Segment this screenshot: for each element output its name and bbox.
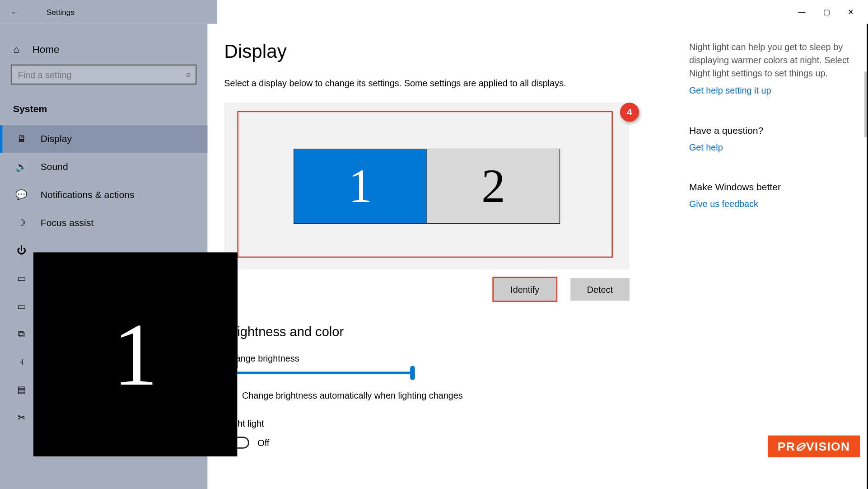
- sidebar-home-label: Home: [33, 44, 60, 56]
- multitasking-icon: ⫞: [15, 356, 27, 367]
- back-button[interactable]: ←: [0, 7, 30, 17]
- storage-icon: ▭: [15, 301, 27, 312]
- sidebar-home[interactable]: ⌂ Home: [0, 38, 207, 64]
- display-icon: 🖥: [15, 134, 27, 145]
- close-button[interactable]: ✕: [848, 8, 854, 16]
- page-intro: Select a display below to change its set…: [224, 78, 665, 88]
- sidebar-item-display[interactable]: 🖥 Display: [0, 125, 207, 153]
- project-icon: ▤: [15, 384, 27, 395]
- night-light-state: Off: [257, 437, 269, 447]
- search-icon: ⌕: [186, 69, 191, 79]
- sidebar-item-sound[interactable]: 🔊 Sound: [0, 153, 207, 181]
- sound-icon: 🔊: [15, 161, 27, 172]
- window-title: Settings: [47, 8, 75, 17]
- monitor-2[interactable]: 2: [426, 149, 560, 224]
- battery-icon: ▭: [15, 273, 27, 284]
- focus-icon: ☽: [15, 217, 27, 228]
- night-light-label: Night light: [224, 418, 665, 428]
- sidebar-group-system: System: [0, 95, 207, 125]
- provision-logo: PR⊘VISION: [768, 436, 860, 457]
- get-help-link[interactable]: Get help: [689, 142, 723, 152]
- minimize-button[interactable]: —: [798, 8, 805, 16]
- annotation-badge: 4: [620, 103, 639, 122]
- night-light-help-link[interactable]: Get help setting it up: [689, 85, 771, 95]
- give-feedback-link[interactable]: Give us feedback: [689, 199, 758, 209]
- page-title: Display: [224, 41, 665, 63]
- sidebar-item-label: Notifications & actions: [41, 189, 135, 200]
- have-question-heading: Have a question?: [689, 126, 850, 136]
- detect-button[interactable]: Detect: [570, 278, 630, 301]
- maximize-button[interactable]: ▢: [823, 8, 830, 16]
- sidebar-item-notifications[interactable]: 💬 Notifications & actions: [0, 181, 207, 209]
- auto-brightness-label: Change brightness automatically when lig…: [242, 390, 463, 400]
- brightness-label: Change brightness: [224, 353, 665, 363]
- help-panel: Night light can help you get to sleep by…: [689, 41, 868, 489]
- display-arrangement-area[interactable]: 4 1 2: [224, 103, 630, 270]
- section-brightness-color: Brightness and color: [224, 324, 665, 340]
- power-icon: ⏻: [15, 245, 27, 256]
- tablet-icon: ⧉: [15, 329, 27, 339]
- slider-thumb[interactable]: [410, 366, 415, 380]
- identify-overlay: 1: [33, 252, 237, 456]
- identify-button[interactable]: Identify: [494, 278, 556, 301]
- sidebar-item-focus-assist[interactable]: ☽ Focus assist: [0, 209, 207, 237]
- night-light-help-text: Night light can help you get to sleep by…: [689, 41, 850, 80]
- home-icon: ⌂: [13, 44, 19, 56]
- search-input[interactable]: [11, 65, 197, 85]
- monitor-1[interactable]: 1: [294, 149, 427, 224]
- notifications-icon: 💬: [15, 189, 27, 200]
- sidebar-item-label: Focus assist: [41, 217, 93, 228]
- make-windows-better-heading: Make Windows better: [689, 182, 850, 193]
- sidebar-item-label: Display: [41, 134, 72, 145]
- shared-icon: ✂: [15, 412, 27, 423]
- sidebar-item-label: Sound: [41, 161, 68, 172]
- title-bar: ← Settings — ▢ ✕: [0, 0, 868, 24]
- brightness-slider[interactable]: [224, 371, 412, 374]
